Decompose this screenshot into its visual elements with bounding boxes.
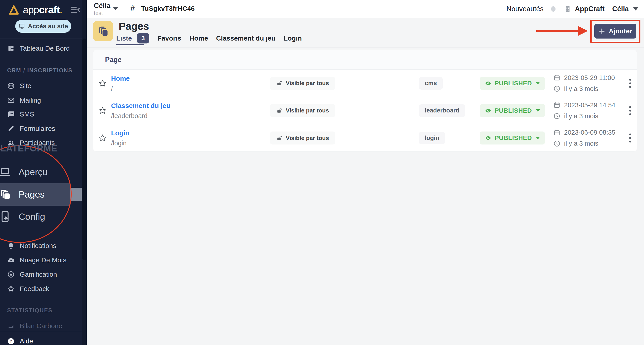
tab-liste[interactable]: Liste 3: [116, 33, 149, 44]
workspace-name[interactable]: Célia: [94, 2, 110, 10]
published-date: 2023-05-29 14:54: [564, 102, 615, 109]
sidebar-item-feedback[interactable]: Feedback: [0, 282, 82, 296]
org-switcher[interactable]: AppCraft: [563, 5, 604, 14]
sidebar-item-aide[interactable]: ? Aide: [0, 334, 82, 345]
brand-logo[interactable]: appcraft.: [8, 4, 62, 16]
row-menu-kebab-icon[interactable]: [626, 104, 634, 117]
sidebar-divider: [0, 39, 87, 39]
tab-favoris[interactable]: Favoris: [158, 35, 182, 42]
table-row: Classement du jeu /leaderboard Visible p…: [93, 97, 637, 124]
favorite-star-icon[interactable]: [98, 134, 107, 142]
row-menu-kebab-icon[interactable]: [626, 77, 634, 90]
eye-icon: [485, 80, 492, 87]
sidebar-item-label: Site: [20, 82, 31, 90]
tab-login[interactable]: Login: [284, 35, 302, 42]
add-page-button[interactable]: Ajouter: [594, 24, 636, 39]
active-tab-underline: [116, 44, 144, 45]
relative-time: il y a 3 mois: [564, 113, 598, 120]
svg-text:?: ?: [10, 339, 12, 343]
phone-gear-icon: [0, 210, 11, 223]
sidebar-item-label: Notifications: [20, 242, 56, 250]
sidebar-item-label: Participants: [20, 139, 55, 147]
sidebar-item-gamification[interactable]: Gamification: [0, 267, 82, 282]
eye-icon: [485, 135, 492, 141]
tab-classement[interactable]: Classement du jeu: [216, 35, 276, 42]
page-path: /leaderboard: [111, 112, 170, 119]
user-caret-icon: [633, 8, 638, 11]
sidebar-item-site[interactable]: Site: [0, 79, 82, 93]
tab-home[interactable]: Home: [190, 35, 208, 42]
globe-icon: [7, 82, 15, 90]
sidebar-scrollbar-thumb[interactable]: [82, 39, 86, 260]
page-title-cell: Login /login: [111, 129, 130, 147]
page-path: /: [111, 85, 130, 92]
workspace-caret-icon[interactable]: [113, 7, 118, 10]
appcraft-triangle-logo-icon: [8, 5, 20, 15]
annotation-red-arrow-head: [578, 26, 588, 36]
calendar-icon: [553, 129, 560, 136]
news-dot-icon: [551, 6, 556, 12]
plus-icon: [598, 28, 605, 35]
sidebar-item-label: Formulaires: [20, 125, 55, 132]
page-path: /login: [111, 140, 130, 147]
relative-time: il y a 3 mois: [564, 85, 598, 93]
page-tag: leaderboard: [419, 104, 465, 117]
status-label: PUBLISHED: [495, 134, 532, 142]
access-site-label: Accès au site: [28, 23, 68, 30]
chat-icon: [7, 110, 15, 118]
sidebar-item-participants[interactable]: Participants: [0, 136, 82, 150]
sidebar-item-label: Bilan Carbone: [20, 322, 62, 330]
user-name: Célia: [612, 5, 629, 13]
status-dropdown[interactable]: PUBLISHED: [480, 104, 545, 117]
status-dropdown[interactable]: PUBLISHED: [480, 77, 545, 90]
unlock-icon: [276, 80, 282, 87]
row-menu-kebab-icon[interactable]: [626, 131, 634, 145]
bell-icon: [7, 242, 15, 250]
sidebar-divider-bottom: [0, 331, 87, 331]
access-site-button[interactable]: Accès au site: [15, 20, 71, 33]
favorite-star-icon[interactable]: [98, 106, 107, 115]
sidebar-collapse-icon[interactable]: [71, 6, 80, 14]
sidebar-item-label: Config: [18, 211, 45, 222]
table-header-page: Page: [105, 56, 122, 64]
status-dropdown[interactable]: PUBLISHED: [480, 132, 545, 145]
sidebar-item-sms[interactable]: SMS: [0, 107, 82, 121]
unlock-icon: [276, 108, 282, 114]
sidebar-item-label: Tableau De Bord: [20, 45, 70, 52]
add-page-label: Ajouter: [609, 27, 632, 35]
sidebar-item-mailing[interactable]: Mailing: [0, 93, 82, 108]
sidebar-item-label: Gamification: [20, 271, 57, 278]
mail-icon: [7, 97, 15, 104]
sidebar-item-pages[interactable]: Pages: [0, 183, 82, 206]
header-divider: [87, 47, 644, 48]
date-cell: 2023-05-29 11:00 il y a 3 mois: [553, 74, 615, 93]
help-icon: ?: [7, 337, 15, 345]
page-tag: cms: [419, 77, 443, 90]
sidebar-item-label: Mailing: [20, 97, 41, 104]
sidebar-item-label: SMS: [20, 110, 34, 118]
sidebar-item-nuage-de-mots[interactable]: Nuage De Mots: [0, 253, 82, 267]
sidebar-item-tableau-de-bord[interactable]: Tableau De Bord: [0, 41, 82, 56]
page-link[interactable]: Login: [111, 129, 130, 137]
visibility-label: Visible par tous: [286, 107, 329, 114]
page-link[interactable]: Home: [111, 74, 130, 82]
sidebar-item-notifications[interactable]: Notifications: [0, 239, 82, 253]
tab-liste-count-badge: 3: [137, 33, 149, 44]
sidebar-item-label: Aperçu: [18, 167, 48, 177]
sidebar-item-formulaires[interactable]: Formulaires: [0, 121, 82, 136]
page-title: Pages: [119, 20, 149, 32]
sidebar-section-statistiques: STATISTIQUES: [7, 307, 52, 314]
event-code[interactable]: TuSgkvT3frHC46: [141, 5, 195, 12]
sidebar-item-apercu[interactable]: Aperçu: [0, 161, 82, 183]
sidebar-item-label: Pages: [18, 189, 44, 200]
status-label: PUBLISHED: [495, 80, 532, 87]
status-caret-icon: [536, 82, 540, 85]
page-link[interactable]: Classement du jeu: [111, 102, 170, 109]
app-root: appcraft. Accès au site Tableau De Bord …: [0, 0, 644, 345]
user-menu[interactable]: Célia: [612, 5, 638, 13]
news-link[interactable]: Nouveautés: [506, 5, 544, 13]
favorite-star-icon[interactable]: [98, 79, 107, 88]
brand-name: appcraft.: [23, 4, 62, 16]
relative-time: il y a 3 mois: [564, 140, 598, 147]
sidebar-item-config[interactable]: Config: [0, 205, 82, 228]
